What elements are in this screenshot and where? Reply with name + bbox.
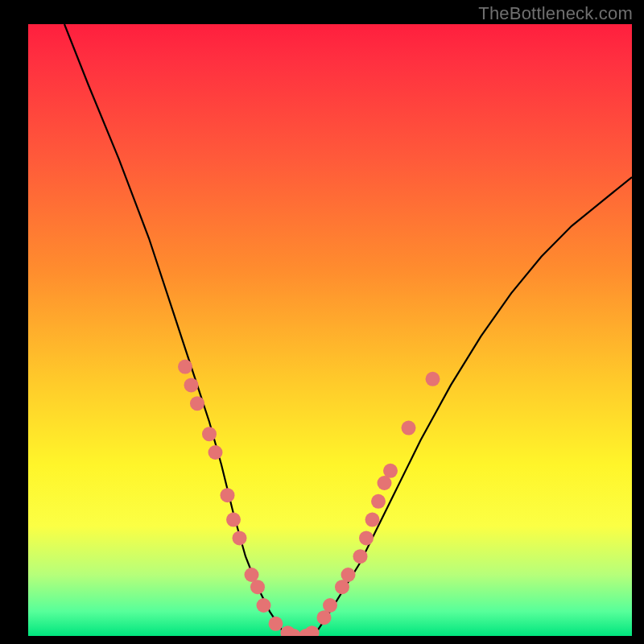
curve-marker <box>305 625 320 636</box>
curve-marker <box>359 530 374 545</box>
curve-marker <box>257 598 271 613</box>
curve-marker <box>184 378 199 392</box>
curve-marker <box>371 494 386 509</box>
curve-marker <box>208 445 223 460</box>
watermark-text: TheBottleneck.com <box>478 3 633 24</box>
curve-marker <box>226 513 241 527</box>
chart-plot-area <box>28 24 632 636</box>
curve-marker <box>250 580 265 594</box>
curve-marker <box>365 513 380 527</box>
curve-marker <box>383 464 398 478</box>
curve-marker <box>323 598 337 613</box>
curve-marker <box>341 568 356 582</box>
bottleneck-curve <box>64 24 632 636</box>
curve-marker <box>202 427 217 441</box>
curve-marker <box>426 372 440 386</box>
curve-marker <box>178 360 192 374</box>
curve-marker <box>353 549 368 564</box>
chart-svg <box>28 24 632 636</box>
curve-markers <box>178 360 440 636</box>
curve-marker <box>233 530 247 545</box>
chart-frame: TheBottleneck.com <box>0 0 644 644</box>
curve-marker <box>221 488 235 502</box>
curve-marker <box>402 421 416 436</box>
curve-marker <box>269 617 283 631</box>
curve-marker <box>190 396 204 411</box>
